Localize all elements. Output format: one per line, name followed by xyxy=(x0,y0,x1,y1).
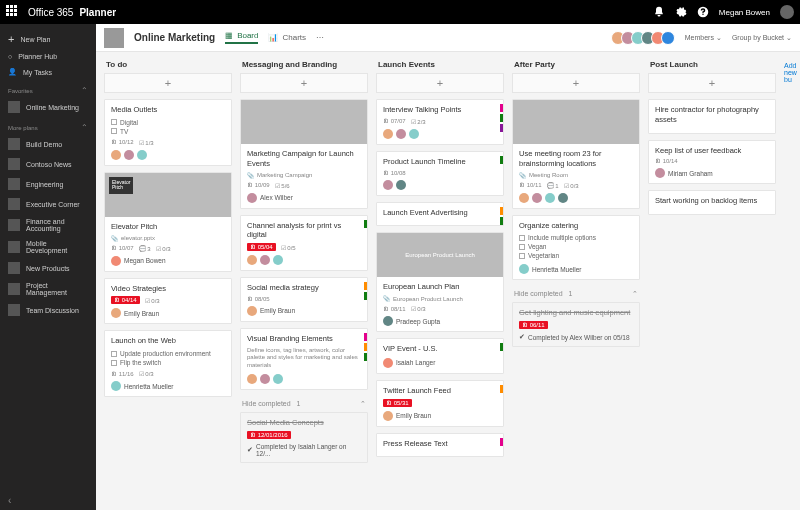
task-card[interactable]: Channel analysis for print vs digital🗓 0… xyxy=(240,215,368,272)
category-strip xyxy=(364,220,367,228)
add-task-button[interactable]: + xyxy=(648,73,776,93)
task-card[interactable]: European Product LaunchEuropean Launch P… xyxy=(376,232,504,332)
category-strip xyxy=(500,438,503,446)
task-card[interactable]: Launch Event Advertising xyxy=(376,202,504,227)
user-avatar[interactable] xyxy=(780,5,794,19)
hide-completed-toggle[interactable]: Hide completed 1⌃ xyxy=(240,396,368,412)
member-avatars[interactable] xyxy=(615,31,675,45)
bell-icon[interactable] xyxy=(653,6,665,18)
checklist-item[interactable]: Vegetarian xyxy=(519,251,633,260)
checkbox-icon[interactable] xyxy=(519,244,525,250)
chevron-up-icon: ⌃ xyxy=(81,86,88,95)
sidebar-plan-item[interactable]: Project Management xyxy=(0,278,96,300)
user-name: Megan Bowen xyxy=(719,8,770,17)
due-date: 🗓 11/16 xyxy=(111,371,134,377)
avatar xyxy=(247,374,257,384)
card-assignees xyxy=(383,129,497,139)
checklist-item[interactable]: Flip the switch xyxy=(111,358,225,367)
members-dropdown[interactable]: Members ⌄ xyxy=(685,34,722,42)
add-task-button[interactable]: + xyxy=(376,73,504,93)
sidebar-plan-item[interactable]: Engineering xyxy=(0,174,96,194)
checklist-item[interactable]: Digital xyxy=(111,118,225,127)
waffle-icon[interactable] xyxy=(6,5,20,19)
more-plans-header[interactable]: More plans⌃ xyxy=(0,117,96,134)
task-card[interactable]: Product Launch Timeline🗓 10/08 xyxy=(376,151,504,196)
task-card[interactable]: Media OutletsDigitalTV🗓 10/12☑ 1/3 xyxy=(104,99,232,166)
task-card[interactable]: Marketing Campaign for Launch Events📎Mar… xyxy=(240,99,368,209)
bucket-title[interactable]: To do xyxy=(104,60,232,69)
group-by-dropdown[interactable]: Group by Bucket ⌄ xyxy=(732,34,792,42)
plan-header: Online Marketing ▦Board 📊Charts ⋯ Member… xyxy=(96,24,800,52)
task-card[interactable]: Video Strategies🗓 04/14☑ 0/3Emily Braun xyxy=(104,278,232,325)
add-bucket-button[interactable]: Add new bu xyxy=(784,60,797,502)
board-tab[interactable]: ▦Board xyxy=(225,31,258,44)
task-card[interactable]: Interview Talking Points🗓 07/07☑ 2/3 xyxy=(376,99,504,145)
due-date: 🗓 08/11 xyxy=(383,306,406,312)
task-card-completed[interactable]: Get lighting and music equipment 🗓 06/11… xyxy=(512,302,640,347)
task-card[interactable]: Hire contractor for photography assets xyxy=(648,99,776,134)
due-date: 🗓 07/07 xyxy=(383,118,406,124)
avatar xyxy=(273,255,283,265)
planner-hub-link[interactable]: ○Planner Hub xyxy=(0,49,96,64)
checklist-item[interactable]: Update production environment xyxy=(111,349,225,358)
bucket-title[interactable]: Post Launch xyxy=(648,60,776,69)
more-menu[interactable]: ⋯ xyxy=(316,33,324,42)
sidebar-plan-item[interactable]: Mobile Development xyxy=(0,236,96,258)
checklist-item[interactable]: Include multiple options xyxy=(519,233,633,242)
favorites-header[interactable]: Favorites⌃ xyxy=(0,80,96,97)
bucket-title[interactable]: Messaging and Branding xyxy=(240,60,368,69)
task-card[interactable]: Press Release Text xyxy=(376,433,504,458)
my-tasks-link[interactable]: 👤My Tasks xyxy=(0,64,96,80)
sidebar-plan-item[interactable]: Executive Corner xyxy=(0,194,96,214)
gear-icon[interactable] xyxy=(675,6,687,18)
task-card-completed[interactable]: Social Media Concepts 🗓 12/01/2016 ✔Comp… xyxy=(240,412,368,463)
card-title: Marketing Campaign for Launch Events xyxy=(247,149,361,169)
hide-completed-toggle[interactable]: Hide completed 1⌃ xyxy=(512,286,640,302)
collapse-sidebar-button[interactable]: ‹ xyxy=(8,495,11,506)
card-meta: 🗓 11/16☑ 0/3 xyxy=(111,370,225,377)
sidebar-plan-item[interactable]: Build Demo xyxy=(0,134,96,154)
checkbox-icon[interactable] xyxy=(519,253,525,259)
checkbox-icon[interactable] xyxy=(111,351,117,357)
task-card[interactable]: Start working on backlog items xyxy=(648,190,776,215)
task-card[interactable]: ElevatorPitchElevator Pitch📎elevator.ppt… xyxy=(104,172,232,272)
task-card[interactable]: Organize cateringInclude multiple option… xyxy=(512,215,640,281)
bucket-title[interactable]: Launch Events xyxy=(376,60,504,69)
task-card[interactable]: Keep list of user feedback🗓 10/14Miriam … xyxy=(648,140,776,185)
sidebar-plan-item[interactable]: Contoso News xyxy=(0,154,96,174)
task-card[interactable]: Twitter Launch Feed🗓 05/31Emily Braun xyxy=(376,380,504,427)
checklist-item[interactable]: Vegan xyxy=(519,242,633,251)
card-image: ElevatorPitch xyxy=(105,173,231,217)
checklist-progress: ☑ 0/3 xyxy=(564,182,579,189)
add-task-button[interactable]: + xyxy=(104,73,232,93)
category-tag xyxy=(364,333,367,341)
add-task-button[interactable]: + xyxy=(512,73,640,93)
task-card[interactable]: Social media strategy🗓 08/05Emily Braun xyxy=(240,277,368,322)
help-icon[interactable] xyxy=(697,6,709,18)
task-card[interactable]: Visual Branding ElementsDefine icons, ta… xyxy=(240,328,368,390)
new-plan-button[interactable]: +New Plan xyxy=(0,30,96,49)
checkbox-icon[interactable] xyxy=(111,119,117,125)
checklist-progress: ☑ 0/5 xyxy=(281,244,296,251)
checkbox-icon[interactable] xyxy=(519,235,525,241)
task-card[interactable]: Launch on the WebUpdate production envir… xyxy=(104,330,232,397)
sidebar-fav-item[interactable]: Online Marketing xyxy=(0,97,96,117)
sidebar-plan-item[interactable]: Finance and Accounting xyxy=(0,214,96,236)
checkbox-icon[interactable] xyxy=(111,360,117,366)
card-meta: 🗓 08/11☑ 0/3 xyxy=(383,305,497,312)
card-assignees xyxy=(519,193,633,203)
bucket: Messaging and Branding +Marketing Campai… xyxy=(240,60,368,502)
bucket-title[interactable]: After Party xyxy=(512,60,640,69)
checklist-item[interactable]: TV xyxy=(111,127,225,136)
checkbox-icon[interactable] xyxy=(111,128,117,134)
sidebar-plan-item[interactable]: New Products xyxy=(0,258,96,278)
chart-icon: 📊 xyxy=(268,33,278,42)
card-meta: 🗓 10/12☑ 1/3 xyxy=(111,139,225,146)
charts-tab[interactable]: 📊Charts xyxy=(268,33,306,42)
task-card[interactable]: VIP Event - U.S.Isaiah Langer xyxy=(376,338,504,374)
task-card[interactable]: Use meeting room 23 for brainstorming lo… xyxy=(512,99,640,209)
sidebar-plan-item[interactable]: Team Discussion xyxy=(0,300,96,320)
add-task-button[interactable]: + xyxy=(240,73,368,93)
due-badge: 🗓 06/11 xyxy=(519,321,548,329)
card-meta: 🗓 05/31 xyxy=(383,399,497,407)
